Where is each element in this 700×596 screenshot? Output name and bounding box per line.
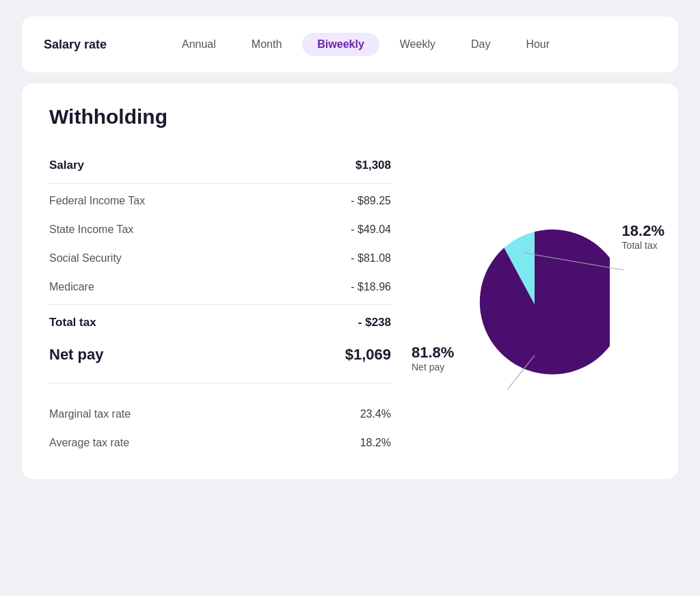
tab-biweekly[interactable]: Biweekly [302, 33, 379, 56]
divider-1 [49, 183, 391, 184]
salary-rate-card: Salary rate Annual Month Biweekly Weekly… [22, 16, 678, 72]
row-social-security-label: Social Security [49, 252, 122, 265]
row-social-security: Social Security - $81.08 [49, 244, 391, 273]
row-total-tax-value: - $238 [358, 316, 391, 329]
row-medicare: Medicare - $18.96 [49, 273, 391, 301]
pie-total-tax-pct: 18.2% [622, 222, 664, 240]
row-medicare-label: Medicare [49, 281, 94, 293]
row-federal-tax: Federal Income Tax - $89.25 [49, 187, 391, 215]
withholding-right: 18.2% Total tax 81.8% Net pay [418, 150, 651, 457]
row-federal-tax-label: Federal Income Tax [49, 195, 145, 207]
row-marginal-rate: Marginal tax rate 23.4% [49, 400, 391, 429]
row-marginal-rate-value: 23.4% [360, 408, 391, 420]
row-federal-tax-value: - $89.25 [351, 195, 391, 207]
pie-net-pay-slice [480, 229, 610, 374]
withholding-left: Salary $1,308 Federal Income Tax - $89.2… [49, 150, 391, 457]
pie-net-pay-pct: 81.8% [412, 344, 454, 362]
pie-label-net-pay: 81.8% Net pay [412, 344, 454, 372]
main-container: Salary rate Annual Month Biweekly Weekly… [22, 16, 678, 479]
withholding-title: Withholding [49, 105, 651, 128]
row-salary-label: Salary [49, 159, 84, 172]
salary-rate-label: Salary rate [44, 38, 167, 52]
row-marginal-rate-label: Marginal tax rate [49, 408, 131, 420]
tab-day[interactable]: Day [456, 33, 505, 56]
row-state-tax: State Income Tax - $49.04 [49, 215, 391, 244]
divider-2 [49, 304, 391, 305]
row-net-pay-value: $1,069 [345, 346, 391, 364]
tab-annual[interactable]: Annual [167, 33, 231, 56]
row-state-tax-value: - $49.04 [351, 224, 391, 236]
tab-hour[interactable]: Hour [511, 33, 565, 56]
rate-tabs: Annual Month Biweekly Weekly Day Hour [167, 33, 656, 56]
divider-3 [49, 383, 391, 383]
row-total-tax-label: Total tax [49, 316, 96, 329]
row-medicare-value: - $18.96 [351, 281, 391, 293]
pie-chart-container: 18.2% Total tax 81.8% Net pay [459, 229, 610, 379]
row-state-tax-label: State Income Tax [49, 224, 133, 236]
row-social-security-value: - $81.08 [351, 252, 391, 265]
row-salary: Salary $1,308 [49, 150, 391, 180]
pie-label-total-tax: 18.2% Total tax [622, 222, 664, 251]
row-net-pay-label: Net pay [49, 346, 103, 364]
tab-month[interactable]: Month [237, 33, 297, 56]
row-average-rate-value: 18.2% [360, 437, 391, 449]
row-net-pay: Net pay $1,069 [49, 338, 391, 372]
row-average-rate: Average tax rate 18.2% [49, 429, 391, 457]
pie-net-pay-text: Net pay [412, 362, 454, 372]
withholding-body: Salary $1,308 Federal Income Tax - $89.2… [49, 150, 651, 457]
pie-chart-svg [459, 229, 610, 379]
tab-weekly[interactable]: Weekly [385, 33, 450, 56]
row-average-rate-label: Average tax rate [49, 437, 129, 449]
row-salary-value: $1,308 [355, 159, 391, 172]
row-total-tax: Total tax - $238 [49, 308, 391, 338]
rates-section: Marginal tax rate 23.4% Average tax rate… [49, 400, 391, 457]
withholding-card: Withholding Salary $1,308 Federal Income… [22, 83, 678, 479]
pie-total-tax-text: Total tax [622, 240, 664, 251]
